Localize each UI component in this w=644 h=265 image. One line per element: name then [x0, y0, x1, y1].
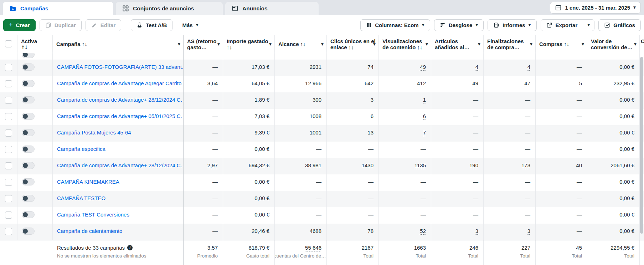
campaign-active-toggle[interactable] — [22, 80, 35, 87]
row-checkbox[interactable] — [5, 97, 12, 104]
export-button[interactable]: Exportar — [541, 19, 583, 31]
campaign-active-toggle[interactable] — [22, 195, 35, 202]
header-reach[interactable]: Alcance ↑↓▼ — [275, 35, 327, 53]
more-button[interactable]: Más ▼ — [176, 19, 204, 31]
campaign-name-link[interactable]: Campaña TEST Conversiones — [53, 207, 183, 218]
tab-adsets[interactable]: Conjuntos de anuncios — [116, 2, 223, 15]
metric-value[interactable]: 40 — [576, 162, 582, 168]
metric-value[interactable]: 4 — [527, 64, 530, 70]
metric-value[interactable]: 3 — [475, 228, 478, 234]
metric-value[interactable]: 47 — [524, 80, 530, 86]
metric-value[interactable]: 49 — [420, 64, 426, 70]
row-checkbox[interactable] — [5, 146, 12, 153]
campaign-name-link[interactable]: CAMPAÑA TESTEO — [53, 191, 183, 201]
metric-value: 0,00 € — [619, 228, 634, 234]
info-icon[interactable]: i — [127, 245, 133, 250]
campaign-name-link[interactable]: Campaña especifica — [53, 142, 183, 152]
reports-button[interactable]: Informes ▼ — [488, 19, 536, 31]
footer-note: No se muestran los elementos eliminados — [57, 253, 180, 259]
column-options-caret-icon[interactable]: ▼ — [178, 42, 180, 46]
header-views[interactable]: Visualizacionesde contenido ↑↓▼ — [379, 35, 431, 53]
column-options-caret-icon[interactable]: ▼ — [478, 42, 480, 46]
metric-value[interactable]: 5 — [579, 80, 582, 86]
column-options-caret-icon[interactable]: ▼ — [582, 42, 584, 46]
column-options-caret-icon[interactable]: ▼ — [634, 42, 637, 46]
chevron-down-icon: ▼ — [529, 24, 531, 27]
vertical-scrollbar[interactable] — [640, 57, 643, 234]
row-checkbox[interactable] — [5, 212, 12, 219]
header-atc[interactable]: Artículosañadidos al…▼ — [431, 35, 484, 53]
date-range-picker[interactable]: 1 ene. 2025 - 31 mar. 2025 ▼ — [550, 2, 641, 14]
row-checkbox[interactable] — [5, 129, 12, 137]
row-checkbox[interactable] — [5, 162, 12, 169]
row-checkbox[interactable] — [5, 179, 12, 186]
metric-value[interactable]: 2061,60 € — [610, 162, 634, 168]
column-options-caret-icon[interactable]: ▼ — [426, 42, 428, 46]
header-value[interactable]: Valor deconversión de…▼ — [587, 35, 640, 53]
header-roas[interactable]: AS (retornogasto…▼ — [184, 35, 223, 53]
campaign-active-toggle[interactable] — [22, 162, 35, 169]
campaign-active-toggle[interactable] — [22, 113, 35, 120]
create-button[interactable]: + Crear — [3, 19, 36, 31]
campaign-active-toggle[interactable] — [22, 96, 35, 103]
row-checkbox[interactable] — [5, 80, 12, 87]
campaign-name-link[interactable]: Campaña de compras de Advantage Agregar … — [53, 76, 183, 86]
row-checkbox[interactable] — [5, 228, 12, 235]
campaign-name-link[interactable]: Campaña de compras de Advantage+ 05/01/2… — [53, 109, 183, 119]
campaign-name-link[interactable]: Campaña de calentamiento — [53, 224, 183, 234]
breakdown-button[interactable]: Desglose ▼ — [434, 19, 484, 31]
metric-value[interactable]: 173 — [521, 162, 530, 168]
metric-value[interactable]: 1 — [423, 97, 426, 103]
tab-campaigns[interactable]: Campañas — [3, 2, 113, 15]
footer-value[interactable]: 55 646 — [305, 245, 321, 251]
campaign-name-link[interactable]: Campaña Posta Mujeres 45-64 — [53, 125, 183, 136]
footer-cell-checkouts: 227Total — [484, 240, 536, 265]
campaign-active-toggle[interactable] — [22, 178, 35, 185]
header-campaign[interactable]: Campaña ↑↓ ▼ — [53, 35, 184, 53]
row-checkbox[interactable] — [5, 195, 12, 202]
campaign-name-link[interactable]: Campaña de compras de Advantage+ 28/12/2… — [53, 158, 183, 168]
row-checkbox[interactable] — [5, 64, 12, 71]
charts-button[interactable]: Gráficos — [598, 19, 641, 31]
campaign-active-toggle[interactable] — [22, 228, 35, 235]
campaign-active-toggle[interactable] — [22, 63, 35, 71]
columns-button[interactable]: Columnas: Ecom ▼ — [360, 19, 430, 31]
cell-roas: — — [184, 224, 223, 240]
campaign-active-toggle[interactable] — [22, 53, 35, 58]
column-options-caret-icon[interactable]: ▼ — [321, 42, 324, 46]
metric-value[interactable]: 232,95 € — [614, 80, 634, 86]
metric-value[interactable]: 412 — [417, 80, 426, 86]
campaign-name-link[interactable]: Campaña de compras de Advantage+ 28/12/2… — [53, 92, 183, 103]
row-checkbox[interactable] — [5, 113, 12, 120]
column-options-caret-icon[interactable]: ▼ — [217, 42, 220, 46]
tab-ads[interactable]: Anuncios — [225, 2, 319, 15]
header-clicks[interactable]: Clics únicos en elenlace ↑↓▼ — [327, 35, 379, 53]
column-options-caret-icon[interactable]: ▼ — [530, 42, 532, 46]
export-options-button[interactable]: ▼ — [583, 19, 594, 31]
header-checkouts[interactable]: Finalizacionesde compra…▼ — [484, 35, 536, 53]
metric-value[interactable]: 49 — [472, 80, 478, 86]
duplicate-button[interactable]: Duplicar — [40, 19, 82, 31]
campaign-active-toggle[interactable] — [22, 211, 35, 218]
header-spend[interactable]: Importe gastado↑↓▼ — [223, 35, 275, 53]
column-options-caret-icon[interactable]: ▼ — [373, 42, 376, 46]
column-options-caret-icon[interactable]: ▼ — [269, 42, 272, 46]
metric-value[interactable]: 6 — [423, 113, 426, 119]
campaign-name-link[interactable]: CAMPAÑA KINEMAKREA — [53, 174, 183, 185]
ab-test-button[interactable]: Test A/B — [131, 19, 172, 31]
metric-value[interactable]: 3,64 — [207, 80, 218, 86]
campaign-active-toggle[interactable] — [22, 129, 35, 136]
select-all-checkbox[interactable] — [5, 40, 12, 47]
metric-value[interactable]: 2,97 — [207, 162, 218, 168]
campaign-active-toggle[interactable] — [22, 146, 35, 153]
metric-value[interactable]: 190 — [469, 162, 478, 168]
metric-value[interactable]: 52 — [420, 228, 426, 234]
metric-value[interactable]: 3 — [527, 228, 530, 234]
metric-value[interactable]: 4 — [475, 64, 478, 70]
header-activa[interactable]: Activa ↑↓ — [17, 35, 53, 53]
campaign-name-link[interactable]: CAMPAÑA FOTOS-FOTOGRAFIA(ARTE) 33 advant… — [53, 60, 183, 70]
header-purchases[interactable]: Compras ↑↓▼ — [536, 35, 587, 53]
metric-value[interactable]: 7 — [423, 129, 426, 136]
metric-value[interactable]: 1135 — [414, 162, 426, 168]
edit-button[interactable]: Editar — [86, 19, 122, 31]
